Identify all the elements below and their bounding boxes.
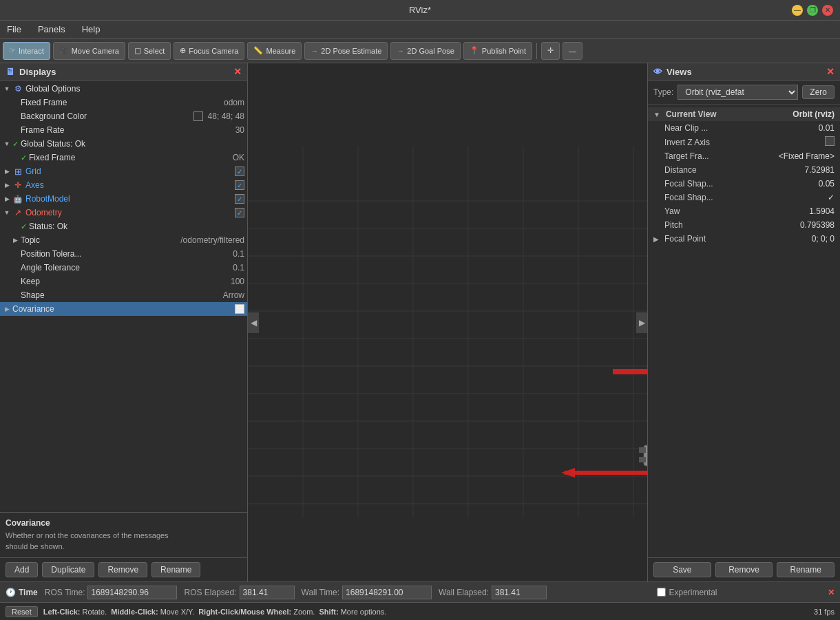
tree-item-angle-tolerance[interactable]: Angle Tolerance 0.1 [0, 261, 247, 275]
2d-goal-pose-button[interactable]: → 2D Goal Pose [390, 42, 460, 60]
views-item-pitch[interactable]: Pitch 0.795398 [648, 218, 840, 232]
tree-item-covariance[interactable]: ▶ Covariance [0, 302, 247, 316]
views-item-distance[interactable]: Distance 7.52981 [648, 163, 840, 177]
move-camera-button[interactable]: 🎥 Move Camera [53, 42, 125, 60]
views-close-button[interactable]: ✕ [826, 66, 834, 77]
background-color-value: 48; 48; 48 [208, 111, 244, 121]
ros-time-label: ROS Time: [45, 588, 85, 597]
spacer8 [11, 277, 19, 286]
covariance-info-text: Whether or not the covariances of the me… [6, 531, 242, 552]
menu-panels[interactable]: Panels [35, 23, 68, 36]
covariance-checkbox[interactable] [235, 304, 244, 314]
rename-button[interactable]: Rename [151, 562, 200, 577]
minimize-button[interactable]: — [792, 5, 803, 16]
spacer9 [11, 291, 19, 299]
collapse-left-button[interactable]: ◀ [248, 312, 259, 333]
publish-point-button[interactable]: 📍 Publish Point [463, 42, 532, 60]
tree-item-axes[interactable]: ▶ ✛ Axes [0, 178, 247, 192]
yaw-value: 1.5904 [766, 206, 834, 216]
tree-item-shape[interactable]: Shape Arrow [0, 288, 247, 302]
toolbar: ☞ Interact 🎥 Move Camera ▢ Select ⊕ Focu… [0, 39, 840, 63]
tree-item-background-color[interactable]: Background Color 48; 48; 48 [0, 109, 247, 123]
close-button[interactable]: ✕ [822, 5, 833, 16]
shape-label: Shape [21, 290, 220, 300]
grid-overlay [248, 63, 647, 581]
ros-time-input[interactable] [87, 586, 177, 599]
invert-z-checkbox[interactable] [825, 136, 834, 146]
menu-file[interactable]: File [4, 23, 24, 36]
displays-close-button[interactable]: ✕ [233, 66, 242, 77]
tree-item-robotmodel[interactable]: ▶ 🤖 RobotModel [0, 192, 247, 206]
wall-elapsed-input[interactable] [492, 586, 547, 599]
collapse-right-button[interactable]: ▶ [636, 312, 647, 333]
tree-item-fixed-frame[interactable]: Fixed Frame odom [0, 96, 247, 109]
ros-elapsed-input[interactable] [240, 586, 295, 599]
focus-camera-button[interactable]: ⊕ Focus Camera [174, 42, 244, 60]
maximize-button[interactable]: ❐ [807, 5, 818, 16]
duplicate-button[interactable]: Duplicate [42, 562, 94, 577]
views-item-near-clip[interactable]: Near Clip ... 0.01 [648, 121, 840, 135]
toolbar-minus-button[interactable]: — [563, 42, 582, 60]
status-text: Left-Click: Rotate. Middle-Click: Move X… [43, 608, 387, 616]
measure-button[interactable]: 📏 Measure [247, 42, 302, 60]
menu-help[interactable]: Help [79, 23, 103, 36]
views-item-invert-z[interactable]: Invert Z Axis [648, 135, 840, 149]
expand-arrow-axes: ▶ [3, 181, 11, 189]
experimental-checkbox[interactable] [657, 588, 666, 597]
tree-item-odometry-status[interactable]: ✓ Status: Ok [0, 220, 247, 233]
main-area: 🖥 Displays ✕ ▼ ⚙ Global Options Fixed Fr… [0, 63, 840, 581]
covariance-label: Covariance [12, 304, 235, 314]
odometry-checkbox[interactable] [235, 208, 244, 217]
time-close-button[interactable]: ✕ [828, 588, 834, 597]
views-item-focal-point[interactable]: ▶ Focal Point 0; 0; 0 [648, 232, 840, 246]
axes-checkbox[interactable] [235, 180, 244, 190]
tree-item-keep[interactable]: Keep 100 [0, 275, 247, 288]
plus-icon: ✛ [547, 46, 554, 55]
wall-time-input[interactable] [342, 586, 432, 599]
tree-item-position-tolerance[interactable]: Position Tolera... 0.1 [0, 247, 247, 261]
wall-elapsed-group: Wall Elapsed: [439, 586, 547, 599]
axes-label: Axes [25, 180, 235, 190]
views-item-focal-shape-2[interactable]: Focal Shap... ✓ [648, 191, 840, 204]
tree-item-frame-rate[interactable]: Frame Rate 30 [0, 123, 247, 137]
point-icon: 📍 [470, 46, 479, 55]
displays-buttons: Add Duplicate Remove Rename [0, 557, 247, 581]
toolbar-separator [536, 43, 537, 59]
grid-checkbox[interactable] [235, 167, 244, 176]
tree-item-global-options[interactable]: ▼ ⚙ Global Options [0, 82, 247, 96]
toolbar-plus-button[interactable]: ✛ [541, 42, 560, 60]
tree-item-grid[interactable]: ▶ ⊞ Grid [0, 164, 247, 178]
remove-button[interactable]: Remove [98, 562, 147, 577]
reset-button[interactable]: Reset [6, 606, 38, 617]
svg-rect-31 [639, 457, 646, 462]
interact-button[interactable]: ☞ Interact [3, 42, 50, 60]
views-save-button[interactable]: Save [653, 562, 711, 577]
views-item-target-frame[interactable]: Target Fra... <Fixed Frame> [648, 149, 840, 163]
views-rename-button[interactable]: Rename [777, 562, 834, 577]
views-zero-button[interactable]: Zero [802, 85, 834, 99]
spacer2 [11, 112, 19, 120]
add-button[interactable]: Add [6, 562, 38, 577]
angle-tolerance-value: 0.1 [233, 263, 244, 272]
3d-viewport[interactable]: ◀ ▶ [248, 63, 647, 581]
views-icon: 👁 [653, 67, 662, 77]
views-type-select[interactable]: Orbit (rviz_defat [678, 85, 798, 100]
tree-item-global-status[interactable]: ▼ ✓ Global Status: Ok [0, 137, 247, 151]
displays-tree: ▼ ⚙ Global Options Fixed Frame odom Back… [0, 81, 247, 512]
expand-arrow-topic: ▶ [11, 236, 19, 244]
views-item-yaw[interactable]: Yaw 1.5904 [648, 204, 840, 218]
2d-pose-estimate-button[interactable]: → 2D Pose Estimate [304, 42, 388, 60]
tree-item-fixed-frame-status[interactable]: ✓ Fixed Frame OK [0, 151, 247, 164]
tree-item-odometry[interactable]: ▼ ↗ Odometry [0, 206, 247, 220]
robotmodel-checkbox[interactable] [235, 194, 244, 204]
views-item-focal-shape-1[interactable]: Focal Shap... 0.05 [648, 177, 840, 191]
current-view-header[interactable]: ▼ Current View Orbit (rviz) [648, 107, 840, 121]
tree-item-topic[interactable]: ▶ Topic /odometry/filtered [0, 233, 247, 247]
select-button[interactable]: ▢ Select [128, 42, 171, 60]
minus-icon: — [569, 47, 576, 55]
views-panel: 👁 Views ✕ Type: Orbit (rviz_defat Zero ▼… [647, 63, 840, 581]
color-swatch [193, 111, 203, 121]
expand-arrow-robotmodel: ▶ [3, 195, 11, 203]
views-remove-button[interactable]: Remove [715, 562, 773, 577]
displays-panel: 🖥 Displays ✕ ▼ ⚙ Global Options Fixed Fr… [0, 63, 248, 581]
